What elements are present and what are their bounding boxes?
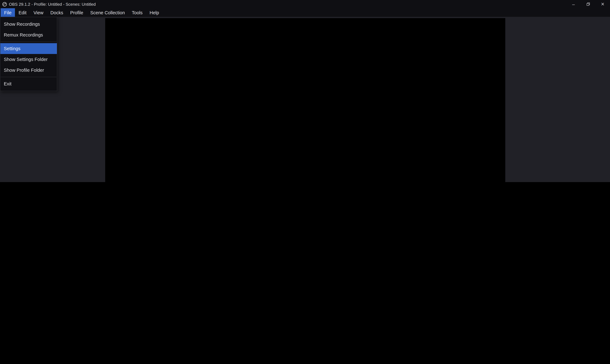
window-title: OBS 29.1.2 - Profile: Untitled - Scenes:… [9, 2, 96, 7]
restore-icon [586, 2, 590, 6]
preview-area: Show Recordings Remux Recordings Setting… [0, 17, 610, 182]
menu-scene-collection[interactable]: Scene Collection [87, 8, 128, 17]
file-menu-exit[interactable]: Exit [0, 78, 57, 89]
minimize-icon: – [572, 1, 575, 7]
menubar: File Edit View Docks Profile Scene Colle… [0, 8, 610, 17]
close-icon: × [601, 1, 604, 7]
file-menu-settings[interactable]: Settings [0, 43, 57, 54]
menu-profile[interactable]: Profile [67, 8, 87, 17]
menu-file[interactable]: File [1, 8, 15, 17]
menu-edit[interactable]: Edit [15, 8, 30, 17]
menu-separator [1, 42, 56, 42]
preview-canvas[interactable] [105, 18, 505, 182]
menu-docks[interactable]: Docks [47, 8, 67, 17]
menu-separator [1, 77, 56, 77]
file-menu-show-profile-folder[interactable]: Show Profile Folder [0, 65, 57, 76]
file-menu: Show Recordings Remux Recordings Setting… [0, 17, 57, 91]
titlebar: OBS 29.1.2 - Profile: Untitled - Scenes:… [0, 0, 610, 8]
obs-window: OBS 29.1.2 - Profile: Untitled - Scenes:… [0, 0, 610, 182]
file-menu-show-settings-folder[interactable]: Show Settings Folder [0, 54, 57, 65]
minimize-button[interactable]: – [566, 0, 581, 8]
menu-tools[interactable]: Tools [128, 8, 146, 17]
obs-logo-icon [2, 2, 7, 7]
file-menu-remux-recordings[interactable]: Remux Recordings [0, 29, 57, 40]
close-button[interactable]: × [595, 0, 610, 8]
window-controls: – × [566, 0, 610, 8]
maximize-button[interactable] [581, 0, 595, 8]
file-menu-show-recordings[interactable]: Show Recordings [0, 19, 57, 29]
menu-help[interactable]: Help [146, 8, 163, 17]
menu-view[interactable]: View [30, 8, 47, 17]
